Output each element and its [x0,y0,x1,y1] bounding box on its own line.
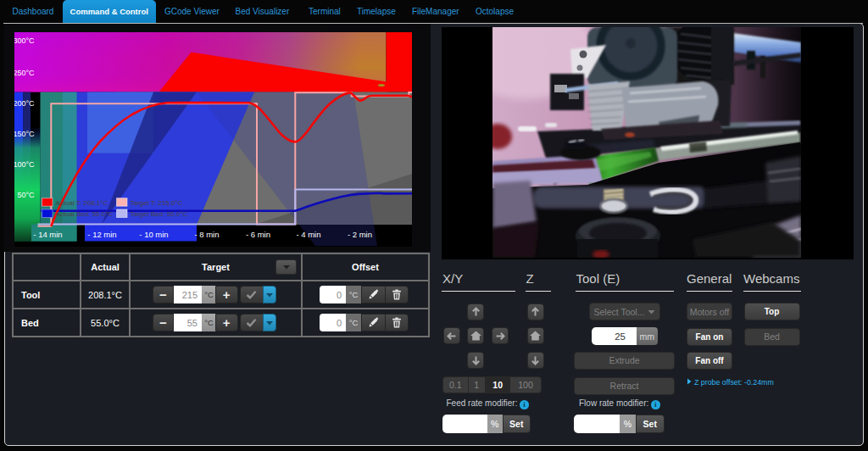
svg-text:250°C: 250°C [14,69,35,77]
svg-text:- 14 min: - 14 min [33,230,62,239]
svg-text:Actual T: 208.1°C: Actual T: 208.1°C [55,199,108,207]
svg-text:- 6 min: - 6 min [245,230,270,239]
svg-text:Target T: 215.0°C: Target T: 215.0°C [130,199,182,207]
svg-text:- 12 min: - 12 min [87,230,116,239]
svg-text:50°C: 50°C [17,191,35,199]
svg-text:200°C: 200°C [14,99,35,108]
svg-text:- 2 min: - 2 min [347,230,371,239]
svg-text:Target Bed: 55.0°C: Target Bed: 55.0°C [130,210,187,218]
svg-text:100°C: 100°C [14,160,35,169]
svg-text:- 10 min: - 10 min [139,230,168,239]
svg-text:Actual Bed: 55.0°C: Actual Bed: 55.0°C [55,210,113,218]
svg-text:- 4 min: - 4 min [296,230,320,239]
svg-text:150°C: 150°C [14,130,35,138]
svg-text:300°C: 300°C [14,36,35,45]
svg-text:- 8 min: - 8 min [194,230,219,239]
